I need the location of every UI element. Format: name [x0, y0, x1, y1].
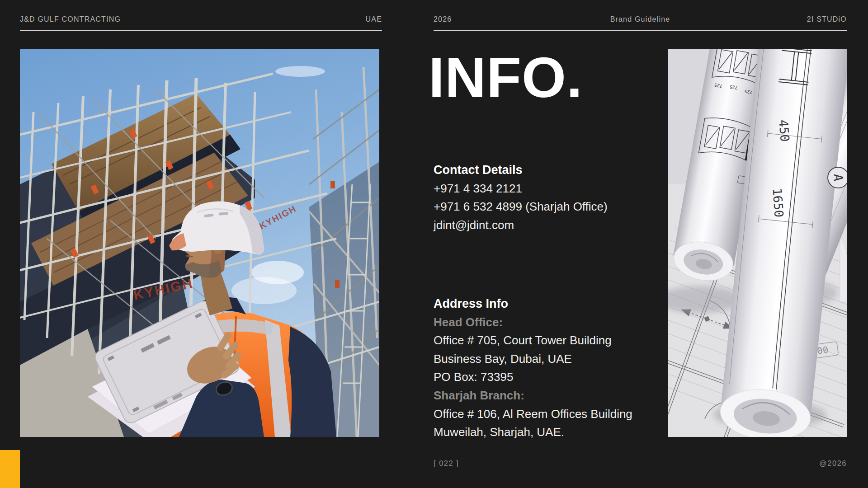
- brand-guideline-slide: J&D GULF CONTRACTING UAE Brand Guideline…: [0, 0, 868, 488]
- copyright-label: @2026: [819, 459, 847, 468]
- year-label: 2026: [434, 15, 452, 24]
- blueprint-rolls-photo: AC CH3000: [668, 49, 847, 437]
- brand-name: J&D GULF CONTRACTING: [20, 15, 121, 24]
- blueprint-photo-graphic: AC CH3000: [668, 49, 847, 437]
- head-office-line-2: Business Bay, Dubai, UAE: [434, 350, 632, 368]
- dim-450-label: 450: [776, 119, 792, 142]
- branch-line-2: Muweilah, Sharjah, UAE.: [434, 423, 632, 441]
- branch-label: Sharjah Branch:: [434, 386, 632, 405]
- header-right: Brand Guideline 2026 2I STUDiO: [434, 15, 847, 31]
- phone-line-1: +971 4 334 2121: [434, 179, 608, 198]
- stamp-letter: A: [831, 174, 845, 181]
- header-left: J&D GULF CONTRACTING UAE: [20, 15, 382, 31]
- dim-1650-label: 1650: [770, 188, 786, 218]
- contact-heading: Contact Details: [434, 161, 608, 179]
- head-office-line-3: PO Box: 73395: [434, 368, 632, 386]
- cloud: [275, 66, 325, 77]
- construction-photo-graphic: KYHIGH KYHIGH: [20, 49, 379, 437]
- address-heading: Address Info: [434, 295, 632, 313]
- head-office-label: Head Office:: [434, 313, 632, 332]
- phone-line-2: +971 6 532 4899 (Sharjah Office): [434, 197, 608, 216]
- studio-name: 2I STUDiO: [807, 15, 847, 24]
- page-number: [ 022 ]: [434, 459, 459, 468]
- contact-section: Contact Details +971 4 334 2121 +971 6 5…: [434, 161, 608, 234]
- branch-line-1: Office # 106, Al Reem Offices Building: [434, 405, 632, 423]
- head-office-line-1: Office # 705, Court Tower Building: [434, 331, 632, 350]
- document-title: Brand Guideline: [434, 15, 847, 24]
- address-section: Address Info Head Office: Office # 705, …: [434, 295, 632, 441]
- accent-square: [0, 450, 20, 488]
- page-title: INFO.: [429, 49, 583, 106]
- construction-worker-photo: KYHIGH KYHIGH: [20, 49, 379, 437]
- region-label: UAE: [366, 15, 382, 24]
- cloud: [231, 277, 297, 304]
- plan-stamp: A: [828, 167, 847, 188]
- email-line[interactable]: jdint@jdint.com: [434, 216, 608, 235]
